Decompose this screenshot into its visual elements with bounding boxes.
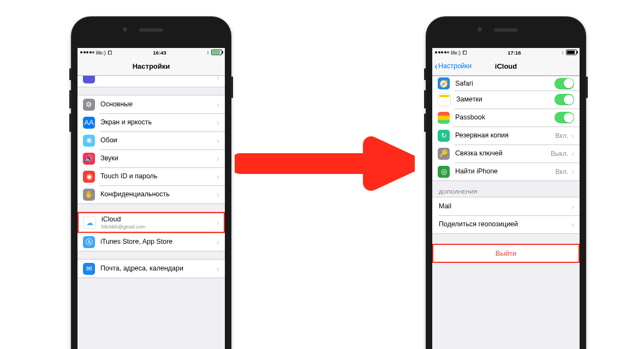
label: Passbook: [455, 113, 554, 122]
row-findiphone[interactable]: ◎ Найти iPhone Вкл. ›: [432, 163, 580, 180]
signal-icon: [435, 51, 449, 53]
screen-icloud: life:) ⧠ 17:16 ᚼ ‹ Настройки iCloud 🧭 Sa…: [432, 48, 580, 349]
chevron-icon: ›: [217, 218, 219, 227]
detail: Выкл.: [551, 150, 568, 158]
mute-switch: [424, 68, 426, 80]
phone-camera: [478, 27, 482, 32]
chevron-icon: ›: [571, 202, 574, 211]
toggle[interactable]: [554, 94, 574, 105]
toggle[interactable]: [554, 112, 574, 123]
row-general[interactable]: ⚙ Основные ›: [77, 95, 225, 113]
label: Найти iPhone: [455, 167, 556, 176]
row-passbook[interactable]: Passbook: [432, 109, 580, 127]
sound-icon: 🔊: [83, 153, 95, 165]
keychain-icon: 🔑: [438, 148, 450, 160]
label: Поделиться геопозицией: [439, 220, 568, 228]
row-mail[interactable]: ✉ Почта, адреса, календари ›: [77, 260, 225, 278]
row-icloud[interactable]: ☁ iCloud bilchikh@gmail.com ›: [77, 212, 225, 233]
row-safari[interactable]: 🧭 Safari: [432, 76, 580, 91]
label: iTunes Store, App Store: [100, 238, 213, 246]
chevron-icon: ›: [217, 172, 219, 181]
clock: 16:43: [153, 50, 166, 56]
detail: Вкл.: [556, 168, 569, 176]
detail: Вкл.: [556, 132, 569, 140]
bluetooth-icon: ᚼ: [206, 50, 210, 56]
vol-up: [424, 90, 426, 109]
vol-down: [424, 113, 426, 132]
gear-icon: ⚙: [83, 99, 95, 111]
row-touchid[interactable]: ◉ Touch ID и пароль ›: [77, 167, 225, 185]
display-icon: AA: [83, 117, 95, 129]
signout-button[interactable]: Выйти: [432, 244, 580, 263]
nav-bar: ‹ Настройки iCloud: [432, 57, 580, 76]
wallpaper-icon: ❀: [83, 135, 95, 147]
label: Заметки: [456, 95, 554, 104]
row-backup[interactable]: ↻ Резервная копия Вкл. ›: [432, 127, 580, 145]
label: Touch ID и пароль: [100, 172, 213, 180]
row-notes[interactable]: Заметки: [432, 91, 580, 109]
group-extras: Mail › Поделиться геопозицией ›: [432, 197, 580, 234]
signal-icon: [80, 51, 94, 53]
backup-icon: ↻: [438, 130, 450, 142]
passbook-icon: [438, 112, 450, 124]
row-share-location[interactable]: Поделиться геопозицией ›: [432, 215, 580, 233]
hand-icon: ✋: [83, 189, 95, 201]
back-button[interactable]: ‹ Настройки: [432, 61, 472, 71]
phone-settings: life:) ⧠ 16:43 ᚼ Настройки › ⚙ Основные: [71, 16, 231, 349]
power-button: [586, 76, 588, 98]
row-keychain[interactable]: 🔑 Связка ключей Выкл. ›: [432, 145, 580, 163]
chevron-icon: ›: [217, 154, 219, 163]
label: Звуки: [100, 154, 213, 163]
partial-row: ›: [77, 76, 225, 87]
appstore-icon: Ⓐ: [83, 236, 95, 248]
label: Mail: [439, 202, 568, 210]
row-display[interactable]: AA Экран и яркость ›: [77, 113, 225, 131]
label: Экран и яркость: [100, 118, 213, 127]
phone-icloud: life:) ⧠ 17:16 ᚼ ‹ Настройки iCloud 🧭 Sa…: [426, 16, 586, 349]
chevron-icon: ›: [571, 167, 574, 176]
placeholder-icon: [83, 76, 95, 83]
mail-icon: ✉: [83, 263, 95, 275]
group-general: ⚙ Основные › AA Экран и яркость › ❀ Обои…: [77, 95, 225, 204]
chevron-icon: ›: [571, 149, 574, 158]
label: Safari: [455, 80, 554, 88]
label: Резервная копия: [455, 131, 556, 140]
nav-bar: Настройки: [77, 57, 225, 76]
chevron-icon: ›: [217, 264, 219, 273]
chevron-icon: ›: [571, 131, 574, 140]
vol-down: [69, 113, 71, 132]
row-mail-extra[interactable]: Mail ›: [432, 197, 580, 215]
battery-icon: [566, 50, 577, 55]
carrier-label: life:): [96, 50, 106, 56]
row-sounds[interactable]: 🔊 Звуки ›: [77, 149, 225, 167]
section-header: ДОПОЛНЕНИЯ: [432, 181, 580, 197]
clock: 17:16: [508, 50, 521, 56]
status-bar: life:) ⧠ 17:16 ᚼ: [432, 48, 580, 57]
bluetooth-icon: ᚼ: [561, 50, 564, 56]
row-wallpaper[interactable]: ❀ Обои ›: [77, 131, 225, 149]
back-label: Настройки: [438, 62, 472, 70]
battery-icon: [211, 50, 222, 55]
chevron-icon: ›: [217, 100, 219, 109]
row-cut[interactable]: ›: [77, 76, 225, 86]
fingerprint-icon: ◉: [83, 171, 95, 183]
carrier-label: life:): [451, 50, 461, 56]
label: Основные: [100, 100, 213, 109]
toggle[interactable]: [554, 78, 574, 89]
cloud-icon: ☁: [83, 216, 96, 229]
screen-settings: life:) ⧠ 16:43 ᚼ Настройки › ⚙ Основные: [77, 48, 225, 349]
row-itunes[interactable]: Ⓐ iTunes Store, App Store ›: [77, 233, 225, 251]
row-privacy[interactable]: ✋ Конфиденциальность ›: [77, 185, 225, 203]
group-mail: ✉ Почта, адреса, календари ›: [77, 259, 225, 278]
safari-icon: 🧭: [438, 77, 450, 89]
signout-label: Выйти: [496, 249, 517, 257]
phone-camera: [123, 27, 127, 32]
label: Конфиденциальность: [100, 190, 213, 198]
chevron-icon: ›: [217, 238, 219, 246]
mute-switch: [69, 68, 71, 80]
status-bar: life:) ⧠ 16:43 ᚼ: [77, 48, 225, 57]
label: Обои: [100, 136, 213, 145]
notes-icon: [438, 93, 451, 106]
label: iCloud bilchikh@gmail.com: [102, 215, 213, 230]
power-button: [231, 76, 233, 98]
